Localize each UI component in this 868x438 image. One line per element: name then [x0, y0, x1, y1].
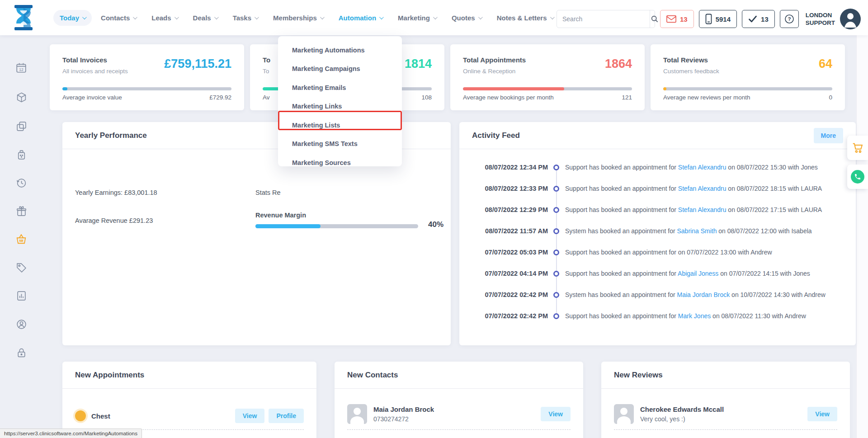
- nav-label: Contacts: [101, 14, 130, 22]
- call-float-button[interactable]: [847, 165, 868, 189]
- avatar: [347, 404, 367, 424]
- revenue-margin-bar: [255, 224, 418, 228]
- nav-label: Quotes: [452, 14, 475, 22]
- chevron-down-icon: [255, 15, 259, 19]
- contact-link[interactable]: Stefan Alexandru: [678, 206, 726, 213]
- feed-text: Support has booked an appointment for: [565, 164, 678, 171]
- stats-fragment: Stats Re: [255, 189, 281, 196]
- nav-label: Marketing: [398, 14, 430, 22]
- search-icon[interactable]: [650, 10, 659, 28]
- feed-time: 07/07/2022 05:03 PM: [459, 249, 548, 256]
- nav-item-contacts[interactable]: Contacts: [94, 10, 142, 26]
- smartphone-icon: [705, 14, 712, 24]
- more-button[interactable]: More: [814, 128, 843, 143]
- feed-text: Support has booked an appointment for: [565, 270, 678, 277]
- account-line2: SUPPORT: [806, 19, 835, 27]
- profile-button[interactable]: Profile: [269, 409, 304, 423]
- timeline-marker-icon: [553, 165, 559, 170]
- card-total-reviews: Total Reviews Customers feedback 64 Aver…: [651, 44, 845, 110]
- app-logo-icon[interactable]: [12, 4, 35, 31]
- feed-item: 07/07/2022 05:03 PM Support has booked a…: [459, 248, 856, 257]
- nav-label: Memberships: [273, 14, 317, 22]
- top-navigation-bar: Today Contacts Leads Deals Tasks Members…: [0, 0, 868, 35]
- account-location-label: LONDON SUPPORT: [806, 11, 835, 27]
- feed-text: Support has booked an appointment for: [565, 185, 678, 192]
- tasks-done-button[interactable]: 13: [742, 10, 775, 28]
- view-button[interactable]: View: [541, 407, 571, 421]
- feed-item: 08/07/2022 12:33 PM Support has booked a…: [459, 184, 856, 193]
- feed-text: on 10/07/2022 14:30 with Andrew: [730, 291, 826, 298]
- package-icon[interactable]: [15, 91, 28, 104]
- basket-icon[interactable]: [15, 233, 28, 245]
- chevron-down-icon: [320, 15, 325, 19]
- feed-text: Support has booked an appointment for on…: [565, 249, 772, 256]
- menu-item-marketing-emails[interactable]: Marketing Emails: [278, 78, 402, 97]
- menu-item-marketing-lists[interactable]: Marketing Lists: [278, 116, 402, 135]
- menu-item-marketing-sources[interactable]: Marketing Sources: [278, 153, 402, 172]
- contact-link[interactable]: Stefan Alexandru: [678, 185, 726, 192]
- feed-time: 08/07/2022 12:34 PM: [459, 164, 548, 171]
- nav-item-today[interactable]: Today: [53, 10, 92, 26]
- nav-item-marketing[interactable]: Marketing: [392, 10, 443, 26]
- view-button[interactable]: View: [235, 409, 265, 423]
- chart-report-icon[interactable]: [15, 289, 28, 302]
- help-button[interactable]: ?: [780, 10, 799, 28]
- card-subtitle: Customers feedback: [663, 68, 832, 75]
- menu-item-marketing-automations[interactable]: Marketing Automations: [278, 41, 402, 60]
- appointment-dot-icon: [75, 410, 86, 421]
- progress-bar: [663, 87, 832, 90]
- nav-item-quotes[interactable]: Quotes: [445, 10, 488, 26]
- feed-text: System has booked an appointment for: [565, 227, 677, 235]
- chevron-down-icon: [133, 15, 137, 19]
- card-total-appointments: Total Appointments Online & Reception 18…: [450, 44, 645, 110]
- support-person-icon[interactable]: [15, 318, 28, 330]
- calendar-icon[interactable]: 12: [15, 61, 28, 74]
- nav-item-notes-letters[interactable]: Notes & Letters: [491, 10, 560, 26]
- contact-link[interactable]: Stefan Alexandru: [678, 164, 726, 171]
- feed-item: 08/07/2022 12:29 PM Support has booked a…: [459, 205, 856, 214]
- nav-item-tasks[interactable]: Tasks: [226, 10, 264, 26]
- panel-title: Activity Feed: [472, 131, 520, 140]
- cart-float-button[interactable]: [847, 136, 868, 160]
- card-footer-value: £729.92: [209, 94, 231, 101]
- contact-link[interactable]: Mark Jones: [678, 312, 711, 320]
- nav-label: Automation: [339, 14, 376, 22]
- menu-item-marketing-campaigns[interactable]: Marketing Campaigns: [278, 60, 402, 79]
- contact-link[interactable]: Sabrina Smith: [677, 227, 717, 235]
- history-icon[interactable]: [15, 176, 28, 189]
- feed-time: 07/07/2022 04:14 PM: [459, 270, 548, 277]
- reviewer-name: Cherokee Edwards Mccall: [640, 405, 724, 413]
- phone-calls-button[interactable]: 5914: [699, 10, 737, 28]
- menu-item-marketing-sms-texts[interactable]: Marketing SMS Texts: [278, 135, 402, 154]
- search-box: [557, 10, 655, 28]
- contact-name: Maia Jordan Brock: [373, 405, 434, 413]
- gift-icon[interactable]: [15, 205, 28, 217]
- menu-item-marketing-links[interactable]: Marketing Links: [278, 97, 402, 116]
- mail-notifications-button[interactable]: 13: [660, 10, 694, 28]
- contact-phone: 0730274272: [373, 415, 434, 423]
- view-button[interactable]: View: [807, 407, 837, 421]
- phone-icon: [851, 170, 864, 184]
- nav-label: Notes & Letters: [497, 14, 547, 22]
- jar-icon[interactable]: [15, 148, 28, 161]
- timeline-marker-icon: [553, 207, 559, 213]
- contact-link[interactable]: Maia Jordan Brock: [677, 291, 730, 298]
- lock-icon[interactable]: [15, 346, 28, 359]
- search-input[interactable]: [557, 10, 650, 28]
- nav-item-memberships[interactable]: Memberships: [267, 10, 330, 26]
- panel-title: New Contacts: [347, 371, 398, 380]
- nav-label: Deals: [193, 14, 211, 22]
- nav-label: Leads: [151, 14, 171, 22]
- feed-item: 08/07/2022 12:34 PM Support has booked a…: [459, 163, 856, 172]
- topbar-right-cluster: 13 5914 13 ? LONDON SUPPORT: [557, 9, 861, 29]
- user-avatar[interactable]: [840, 9, 861, 29]
- contact-link[interactable]: Abigail Joness: [678, 270, 718, 277]
- new-appointments-panel: New Appointments Chest View Profile Boto…: [62, 362, 316, 438]
- svg-text:?: ?: [788, 16, 791, 22]
- nav-item-automation[interactable]: Automation: [332, 10, 389, 26]
- tag-icon[interactable]: [15, 261, 28, 274]
- nav-item-leads[interactable]: Leads: [145, 10, 184, 26]
- nav-item-deals[interactable]: Deals: [187, 10, 224, 26]
- feed-item: 07/07/2022 02:42 PM Support has booked a…: [459, 311, 856, 320]
- copy-pages-icon[interactable]: [15, 120, 28, 132]
